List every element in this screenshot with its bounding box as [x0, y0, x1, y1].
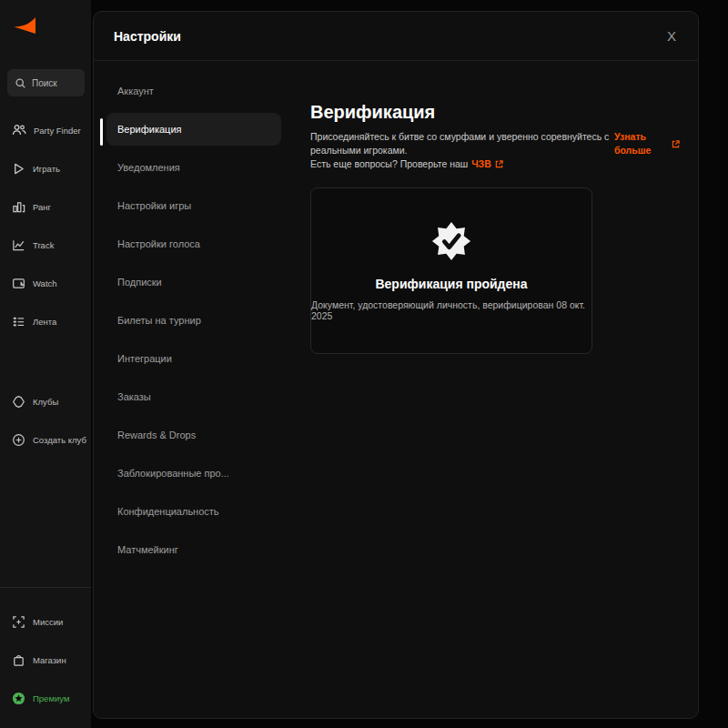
modal-title: Настройки: [114, 29, 181, 44]
sidebar-item-label: Миссии: [33, 617, 63, 627]
external-link-icon: [495, 160, 503, 168]
settings-nav: Аккаунт Верификация Уведомления Настройк…: [94, 61, 308, 718]
settings-tab-rewards-drops[interactable]: Rewards & Drops: [106, 419, 281, 451]
sidebar-item-label: Watch: [33, 278, 57, 288]
search-input[interactable]: Поиск: [7, 69, 85, 96]
verification-description: Присоединяйтесь к битве со смурфами и ув…: [310, 130, 680, 171]
learn-more-link[interactable]: Узнать больше: [614, 130, 668, 157]
search-icon: [15, 77, 26, 89]
sidebar-item-track[interactable]: Track: [0, 226, 91, 264]
selected-indicator: [100, 118, 103, 146]
sidebar-item-label: Создать клуб: [33, 435, 86, 445]
settings-modal: Настройки X Аккаунт Верификация Уведомле…: [93, 11, 699, 719]
settings-tab-integrations[interactable]: Интеграции: [106, 342, 281, 375]
watch-icon: [12, 277, 25, 290]
feed-list-icon: [12, 315, 25, 329]
plus-circle-icon: [12, 433, 25, 447]
verification-status-title: Верификация пройдена: [375, 277, 527, 291]
play-icon: [12, 162, 25, 176]
sidebar-item-label: Party Finder: [34, 126, 81, 136]
settings-tab-voice-settings[interactable]: Настройки голоса: [106, 228, 281, 260]
right-rail: VS 1: [701, 0, 728, 728]
settings-tab-tournament-tickets[interactable]: Билеты на турнир: [106, 304, 281, 337]
verification-panel: Верификация Присоединяйтесь к битве со с…: [308, 61, 698, 718]
settings-tab-subscriptions[interactable]: Подписки: [106, 266, 281, 298]
page-title: Верификация: [310, 101, 680, 123]
sidebar-item-clubs[interactable]: Клубы: [0, 382, 91, 420]
settings-tab-game-settings[interactable]: Настройки игры: [106, 189, 281, 222]
external-link-icon: [672, 140, 680, 148]
sidebar-clubs-group: Клубы Создать клуб: [0, 382, 91, 459]
intro-text: Присоединяйтесь к битве со смурфами и ув…: [310, 130, 611, 157]
verification-status-subtitle: Документ, удостоверяющий личность, вериф…: [311, 299, 592, 321]
sidebar-item-party-finder[interactable]: Party Finder: [0, 111, 91, 149]
settings-tab-privacy[interactable]: Конфиденциальность: [106, 495, 281, 528]
settings-tab-verification[interactable]: Верификация: [106, 113, 281, 146]
settings-tab-orders[interactable]: Заказы: [106, 380, 281, 413]
sidebar-item-label: Ранг: [33, 202, 51, 212]
faceit-logo-icon[interactable]: [13, 15, 36, 38]
track-chart-icon: [12, 238, 25, 252]
faq-link[interactable]: ЧЗВ: [471, 157, 491, 171]
premium-badge-icon: [12, 692, 25, 705]
sidebar-item-shop[interactable]: Магазин: [0, 641, 91, 679]
search-placeholder: Поиск: [32, 78, 57, 88]
sidebar-item-play[interactable]: Играть: [0, 149, 91, 187]
faq-text: Есть еще вопросы? Проверьте наш: [310, 157, 468, 171]
left-sidebar: Поиск Party Finder Играть: [0, 0, 91, 728]
sidebar-item-feed[interactable]: Лента: [0, 302, 91, 340]
sidebar-item-label: Магазин: [33, 655, 66, 665]
clubs-badge-icon: [12, 395, 25, 409]
verified-badge-icon: [430, 220, 472, 262]
missions-crosshair-icon: [12, 615, 25, 629]
sidebar-bottom-group: Миссии Магазин Премиум: [0, 602, 91, 717]
settings-tab-notifications[interactable]: Уведомления: [106, 151, 281, 184]
sidebar-item-label: Играть: [33, 164, 60, 174]
shop-bag-icon: [12, 653, 25, 667]
settings-tab-account[interactable]: Аккаунт: [106, 75, 281, 107]
sidebar-item-watch[interactable]: Watch: [0, 264, 91, 302]
sidebar-item-label: Премиум: [33, 693, 69, 703]
close-icon[interactable]: X: [660, 25, 683, 48]
party-finder-icon: [12, 123, 26, 137]
sidebar-item-label: Лента: [33, 317, 56, 327]
sidebar-item-create-club[interactable]: Создать клуб: [0, 420, 91, 459]
rank-bars-icon: [12, 200, 25, 214]
sidebar-item-label: Track: [33, 240, 54, 250]
settings-modal-header: Настройки X: [94, 12, 698, 61]
settings-tab-blocked-profiles[interactable]: Заблокированные про...: [106, 457, 281, 490]
sidebar-divider: [0, 587, 91, 588]
verification-status-card: Верификация пройдена Документ, удостовер…: [310, 187, 592, 354]
sidebar-item-label: Клубы: [33, 397, 58, 407]
settings-modal-body: Аккаунт Верификация Уведомления Настройк…: [94, 61, 698, 718]
sidebar-nav: Party Finder Играть Ранг: [0, 111, 91, 340]
sidebar-item-premium[interactable]: Премиум: [0, 679, 91, 717]
sidebar-item-missions[interactable]: Миссии: [0, 602, 91, 641]
settings-tab-matchmaking[interactable]: Матчмейкинг: [106, 533, 281, 566]
sidebar-item-rank[interactable]: Ранг: [0, 187, 91, 226]
